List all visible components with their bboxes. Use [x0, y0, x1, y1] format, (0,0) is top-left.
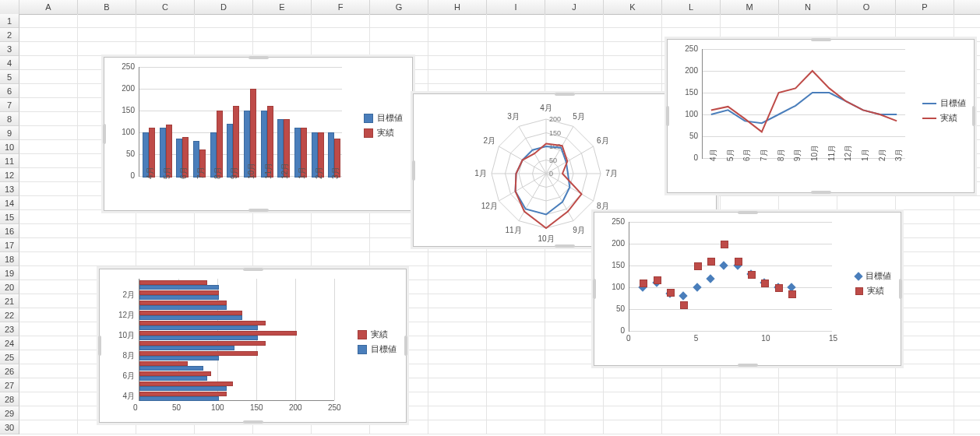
cell[interactable] — [954, 336, 980, 350]
resize-handle[interactable] — [811, 38, 831, 41]
cell[interactable] — [19, 140, 78, 154]
row-header[interactable]: 10 — [0, 140, 19, 154]
cell[interactable] — [545, 14, 604, 28]
row-header[interactable]: 16 — [0, 224, 19, 238]
resize-handle[interactable] — [738, 211, 758, 214]
cell[interactable] — [19, 336, 78, 350]
cell[interactable] — [896, 14, 954, 28]
cell[interactable] — [428, 70, 487, 84]
cell[interactable] — [487, 392, 545, 406]
resize-handle[interactable] — [811, 191, 831, 194]
cell[interactable] — [545, 28, 604, 42]
resize-handle[interactable] — [243, 268, 263, 271]
row-header[interactable]: 11 — [0, 154, 19, 168]
cell[interactable] — [487, 378, 545, 392]
cell[interactable] — [136, 210, 195, 224]
row-header[interactable]: 22 — [0, 308, 19, 322]
cell[interactable] — [428, 420, 487, 434]
cell[interactable] — [837, 392, 896, 406]
row-header[interactable]: 20 — [0, 280, 19, 294]
col-header[interactable]: F — [312, 0, 370, 14]
cell[interactable] — [604, 364, 662, 378]
cell[interactable] — [428, 14, 487, 28]
cell[interactable] — [896, 364, 954, 378]
resize-handle[interactable] — [412, 160, 415, 181]
cell[interactable] — [487, 42, 545, 56]
chart-line[interactable]: 0501001502002504月5月6月7月8月9月10月11月12月1月2月… — [667, 39, 975, 193]
cell[interactable] — [78, 14, 136, 28]
chart-bar-horizontal[interactable]: 0501001502002504月6月8月10月12月2月 実績 目標値 — [99, 269, 407, 423]
row-header[interactable]: 30 — [0, 420, 19, 434]
cell[interactable] — [954, 294, 980, 308]
cell[interactable] — [19, 238, 78, 252]
cell[interactable] — [253, 252, 312, 266]
cell[interactable] — [954, 252, 980, 266]
cell[interactable] — [19, 378, 78, 392]
cell[interactable] — [19, 70, 78, 84]
col-header[interactable]: M — [721, 0, 779, 14]
cell[interactable] — [896, 210, 954, 224]
cell[interactable] — [428, 308, 487, 322]
cell[interactable] — [545, 364, 604, 378]
row-header[interactable]: 25 — [0, 350, 19, 364]
cell[interactable] — [545, 70, 604, 84]
col-header[interactable]: C — [136, 0, 195, 14]
cell[interactable] — [954, 406, 980, 420]
cell[interactable] — [136, 42, 195, 56]
cell[interactable] — [487, 322, 545, 336]
resize-handle[interactable] — [98, 336, 101, 356]
col-header[interactable]: E — [253, 0, 312, 14]
cell[interactable] — [428, 364, 487, 378]
cell[interactable] — [954, 14, 980, 28]
row-header[interactable]: 19 — [0, 266, 19, 280]
cell[interactable] — [19, 322, 78, 336]
resize-handle[interactable] — [103, 124, 106, 144]
cell[interactable] — [195, 210, 253, 224]
cell[interactable] — [896, 280, 954, 294]
cell[interactable] — [428, 336, 487, 350]
row-header[interactable]: 29 — [0, 406, 19, 420]
cell[interactable] — [896, 308, 954, 322]
col-header[interactable]: K — [604, 0, 662, 14]
col-header[interactable]: P — [896, 0, 954, 14]
cell[interactable] — [662, 378, 721, 392]
cell[interactable] — [779, 378, 837, 392]
col-header[interactable]: H — [428, 0, 487, 14]
row-header[interactable]: 13 — [0, 182, 19, 196]
cell[interactable] — [428, 350, 487, 364]
cell[interactable] — [721, 14, 779, 28]
cell[interactable] — [954, 420, 980, 434]
cell[interactable] — [779, 392, 837, 406]
cell[interactable] — [487, 28, 545, 42]
row-header[interactable]: 18 — [0, 252, 19, 266]
cell[interactable] — [487, 56, 545, 70]
cell[interactable] — [428, 322, 487, 336]
cell[interactable] — [19, 168, 78, 182]
cell[interactable] — [487, 14, 545, 28]
cell[interactable] — [896, 420, 954, 434]
row-header[interactable]: 7 — [0, 98, 19, 112]
cell[interactable] — [954, 364, 980, 378]
cell[interactable] — [253, 210, 312, 224]
resize-handle[interactable] — [899, 279, 902, 299]
cell[interactable] — [487, 420, 545, 434]
cell[interactable] — [896, 252, 954, 266]
cell[interactable] — [428, 42, 487, 56]
cell[interactable] — [721, 378, 779, 392]
cell[interactable] — [19, 294, 78, 308]
cell[interactable] — [78, 238, 136, 252]
cell[interactable] — [19, 420, 78, 434]
cell[interactable] — [896, 322, 954, 336]
col-header[interactable]: N — [779, 0, 837, 14]
cell[interactable] — [779, 364, 837, 378]
col-header[interactable]: O — [837, 0, 896, 14]
cell[interactable] — [896, 266, 954, 280]
cell[interactable] — [195, 238, 253, 252]
cell[interactable] — [604, 378, 662, 392]
cell[interactable] — [312, 252, 370, 266]
cell[interactable] — [954, 378, 980, 392]
cell[interactable] — [19, 182, 78, 196]
cell[interactable] — [721, 406, 779, 420]
cell[interactable] — [19, 210, 78, 224]
cell[interactable] — [312, 238, 370, 252]
